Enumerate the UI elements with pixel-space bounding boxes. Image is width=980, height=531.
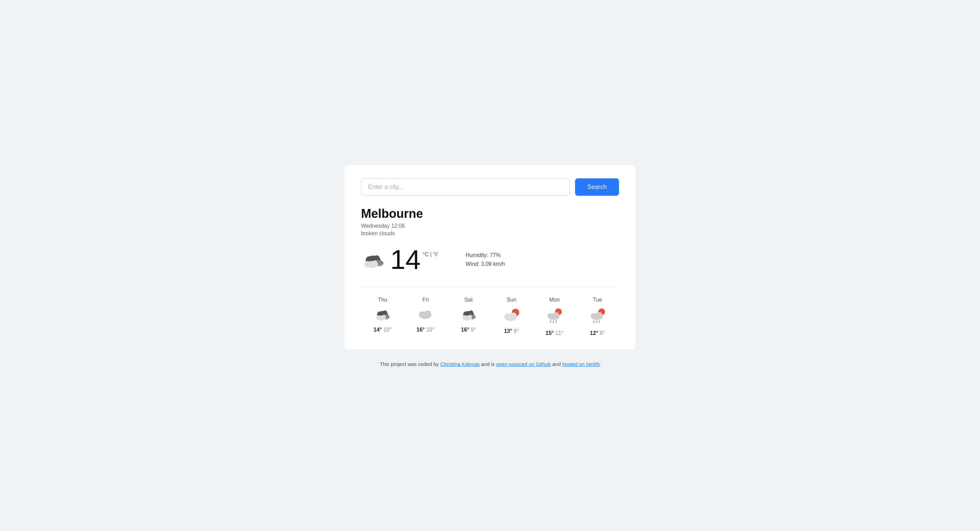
humidity-stat: Humidity: 77% — [466, 252, 505, 258]
forecast-temps-mon: 15° 11° — [546, 330, 563, 336]
search-button[interactable]: Search — [575, 179, 619, 196]
svg-line-42 — [593, 321, 594, 323]
forecast-temps-sat: 16° 9° — [461, 327, 476, 333]
svg-line-35 — [550, 321, 551, 323]
city-datetime: Wednesday 12:06 — [361, 223, 619, 229]
forecast-icon-thu — [374, 308, 391, 322]
forecast-day-label: Sun — [507, 297, 516, 303]
forecast-day-label: Thu — [378, 297, 387, 303]
forecast-day-sun: Sun 13° 8° — [490, 297, 533, 336]
svg-point-17 — [419, 311, 425, 317]
footer-text-before: This project was coded by — [380, 361, 440, 367]
forecast-day-mon: Mon 15° 11° — [533, 297, 576, 336]
footer-github-link[interactable]: open-sourced on Github — [496, 361, 551, 367]
forecast-day-tue: Tue 12° 8° — [576, 297, 619, 336]
city-search-input[interactable] — [361, 179, 570, 196]
svg-point-30 — [511, 313, 517, 319]
forecast-row: Thu 14° 10° Fri — [361, 287, 619, 336]
svg-point-10 — [382, 311, 387, 315]
current-weather-icon — [361, 249, 385, 270]
svg-point-14 — [376, 315, 380, 319]
forecast-temps-thu: 14° 10° — [374, 327, 392, 333]
unit-celsius[interactable]: °C — [423, 252, 429, 258]
svg-point-26 — [468, 315, 472, 319]
footer-netlify-link[interactable]: hosted on Netlify — [562, 361, 600, 367]
svg-point-29 — [504, 314, 511, 320]
svg-point-40 — [591, 313, 596, 319]
svg-line-36 — [553, 321, 554, 323]
forecast-icon-tue — [589, 308, 606, 325]
svg-point-41 — [597, 312, 602, 317]
svg-point-7 — [372, 260, 377, 266]
wind-stat: Wind: 3.09 km/h — [466, 261, 505, 267]
svg-line-43 — [596, 321, 597, 323]
svg-point-18 — [425, 311, 431, 317]
forecast-icon-sun — [503, 308, 520, 324]
footer-author-link[interactable]: Christina Kalyvas — [440, 361, 480, 367]
forecast-day-fri: Fri 16° 10° — [404, 297, 447, 336]
temperature-value: 14 — [390, 246, 421, 273]
forecast-day-label: Fri — [422, 297, 429, 303]
current-weather-stats: Humidity: 77% Wind: 3.09 km/h — [466, 252, 505, 267]
footer-text-end: and — [551, 361, 562, 367]
forecast-temps-tue: 12° 8° — [590, 330, 605, 336]
forecast-day-label: Mon — [549, 297, 560, 303]
forecast-temps-sun: 13° 8° — [504, 328, 519, 334]
temperature-display: 14 °C | °F — [390, 246, 438, 273]
forecast-icon-sat — [460, 308, 477, 322]
svg-point-34 — [554, 312, 559, 317]
svg-point-33 — [547, 313, 553, 319]
city-name: Melbourne — [361, 207, 619, 221]
city-condition: broken clouds — [361, 230, 619, 236]
temperature-units: °C | °F — [423, 246, 438, 258]
forecast-day-label: Tue — [593, 297, 602, 303]
footer-text-middle: and is — [480, 361, 496, 367]
forecast-icon-fri — [417, 308, 434, 322]
svg-line-37 — [556, 321, 556, 323]
unit-separator: | — [430, 252, 431, 258]
forecast-day-label: Sat — [465, 297, 473, 303]
unit-fahrenheit[interactable]: °F — [433, 252, 438, 258]
svg-point-6 — [364, 261, 370, 266]
svg-point-25 — [463, 315, 466, 319]
svg-point-15 — [382, 315, 386, 319]
svg-point-21 — [469, 311, 473, 315]
current-weather-left: 14 °C | °F — [361, 246, 438, 273]
svg-line-44 — [599, 321, 600, 323]
forecast-day-thu: Thu 14° 10° — [361, 297, 404, 336]
footer: This project was coded by Christina Kaly… — [380, 361, 600, 367]
current-weather: 14 °C | °F Humidity: 77% Wind: 3.09 km/h — [361, 246, 619, 273]
weather-card: Search Melbourne Wednesday 12:06 broken … — [344, 164, 636, 350]
forecast-temps-fri: 16° 10° — [417, 327, 434, 333]
forecast-icon-mon — [546, 308, 563, 325]
search-row: Search — [361, 179, 619, 196]
forecast-day-sat: Sat 16° 9° — [447, 297, 490, 336]
